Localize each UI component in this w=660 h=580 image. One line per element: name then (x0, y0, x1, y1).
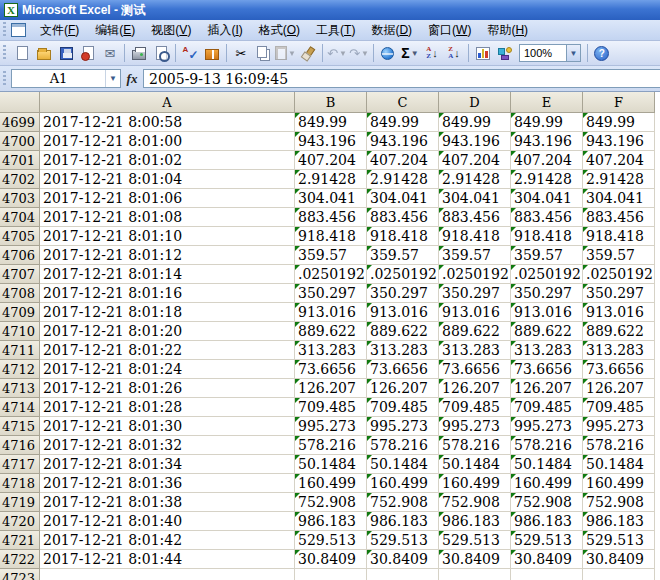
cell-A4720[interactable]: 2017-12-21 8:01:40 (40, 512, 295, 531)
menu-item-O[interactable]: 格式(O) (251, 21, 308, 39)
row-header-4715[interactable]: 4715 (0, 417, 40, 436)
row-header-4699[interactable]: 4699 (0, 113, 40, 132)
cell-F4708[interactable]: 350.297 (583, 284, 655, 303)
cell-B4709[interactable]: 913.016 (295, 303, 367, 322)
cell-D4708[interactable]: 350.297 (439, 284, 511, 303)
cell-D4706[interactable]: 359.57 (439, 246, 511, 265)
cell-A4701[interactable]: 2017-12-21 8:01:02 (40, 151, 295, 170)
row-header-4710[interactable]: 4710 (0, 322, 40, 341)
redo-button[interactable]: ↷▼ (349, 43, 369, 63)
cell-A4722[interactable]: 2017-12-21 8:01:44 (40, 550, 295, 569)
cell-B4711[interactable]: 313.283 (295, 341, 367, 360)
cell-C4714[interactable]: 709.485 (367, 398, 439, 417)
cell-B4702[interactable]: 2.91428 (295, 170, 367, 189)
cell-E4701[interactable]: 407.204 (511, 151, 583, 170)
menu-item-W[interactable]: 窗口(W) (420, 21, 479, 39)
cell-B4715[interactable]: 995.273 (295, 417, 367, 436)
cell-A4718[interactable]: 2017-12-21 8:01:36 (40, 474, 295, 493)
cell-D4711[interactable]: 313.283 (439, 341, 511, 360)
name-box-dropdown-arrow[interactable]: ▼ (105, 70, 120, 87)
row-header-4700[interactable]: 4700 (0, 132, 40, 151)
row-header-4708[interactable]: 4708 (0, 284, 40, 303)
row-header-4711[interactable]: 4711 (0, 341, 40, 360)
cell-E4719[interactable]: 752.908 (511, 493, 583, 512)
cell-D4721[interactable]: 529.513 (439, 531, 511, 550)
cell-E4716[interactable]: 578.216 (511, 436, 583, 455)
cell-C4703[interactable]: 304.041 (367, 189, 439, 208)
row-header-4723[interactable]: 4723 (0, 569, 40, 580)
menu-item-T[interactable]: 工具(T) (308, 21, 363, 39)
cell-B4706[interactable]: 359.57 (295, 246, 367, 265)
cell-D4702[interactable]: 2.91428 (439, 170, 511, 189)
cell-C4716[interactable]: 578.216 (367, 436, 439, 455)
cell-C4720[interactable]: 986.183 (367, 512, 439, 531)
cell-B4718[interactable]: 160.499 (295, 474, 367, 493)
cell-E4699[interactable]: 849.99 (511, 113, 583, 132)
cell-D4699[interactable]: 849.99 (439, 113, 511, 132)
cell-B4700[interactable]: 943.196 (295, 132, 367, 151)
cell-F4718[interactable]: 160.499 (583, 474, 655, 493)
cell-C4722[interactable]: 30.8409 (367, 550, 439, 569)
cell-D4719[interactable]: 752.908 (439, 493, 511, 512)
sort-descending-button[interactable]: ZA↓ (444, 43, 464, 63)
cell-E4720[interactable]: 986.183 (511, 512, 583, 531)
cell-B4710[interactable]: 889.622 (295, 322, 367, 341)
name-box[interactable]: A1 ▼ (11, 69, 121, 88)
cell-B4699[interactable]: 849.99 (295, 113, 367, 132)
cell-E4722[interactable]: 30.8409 (511, 550, 583, 569)
cell-F4703[interactable]: 304.041 (583, 189, 655, 208)
cell-E4708[interactable]: 350.297 (511, 284, 583, 303)
cell-E4714[interactable]: 709.485 (511, 398, 583, 417)
cell-B4714[interactable]: 709.485 (295, 398, 367, 417)
cell-A4702[interactable]: 2017-12-21 8:01:04 (40, 170, 295, 189)
cell-A4705[interactable]: 2017-12-21 8:01:10 (40, 227, 295, 246)
cell-C4709[interactable]: 913.016 (367, 303, 439, 322)
cell-D4704[interactable]: 883.456 (439, 208, 511, 227)
cell-F4706[interactable]: 359.57 (583, 246, 655, 265)
cell-C4711[interactable]: 313.283 (367, 341, 439, 360)
cell-C4700[interactable]: 943.196 (367, 132, 439, 151)
cell-F4717[interactable]: 50.1484 (583, 455, 655, 474)
row-header-4714[interactable]: 4714 (0, 398, 40, 417)
cell-A4707[interactable]: 2017-12-21 8:01:14 (40, 265, 295, 284)
cell-F4716[interactable]: 578.216 (583, 436, 655, 455)
cell-D4703[interactable]: 304.041 (439, 189, 511, 208)
cell-D4717[interactable]: 50.1484 (439, 455, 511, 474)
cell-A4700[interactable]: 2017-12-21 8:01:00 (40, 132, 295, 151)
formulabar-grip[interactable] (3, 71, 8, 87)
cell-C4702[interactable]: 2.91428 (367, 170, 439, 189)
insert-function-button[interactable]: fx (121, 71, 143, 87)
cell-E4702[interactable]: 2.91428 (511, 170, 583, 189)
cell-E4707[interactable]: .0250192 (511, 265, 583, 284)
zoom-dropdown-arrow[interactable]: ▼ (566, 45, 580, 61)
menu-item-V[interactable]: 视图(V) (143, 21, 199, 39)
open-button[interactable] (34, 43, 54, 63)
format-painter-button[interactable] (298, 43, 318, 63)
row-header-4704[interactable]: 4704 (0, 208, 40, 227)
cell-D4705[interactable]: 918.418 (439, 227, 511, 246)
cell-E4718[interactable]: 160.499 (511, 474, 583, 493)
cell-F4721[interactable]: 529.513 (583, 531, 655, 550)
cell-E4700[interactable]: 943.196 (511, 132, 583, 151)
row-header-4707[interactable]: 4707 (0, 265, 40, 284)
cell-E4710[interactable]: 889.622 (511, 322, 583, 341)
column-header-A[interactable]: A (40, 92, 295, 113)
menu-item-F[interactable]: 文件(F) (32, 21, 87, 39)
cell-F4713[interactable]: 126.207 (583, 379, 655, 398)
cell-C4718[interactable]: 160.499 (367, 474, 439, 493)
cell-E4717[interactable]: 50.1484 (511, 455, 583, 474)
cell-F4710[interactable]: 889.622 (583, 322, 655, 341)
help-button[interactable]: ? (592, 43, 612, 63)
chart-wizard-button[interactable] (473, 43, 493, 63)
cell-B4703[interactable]: 304.041 (295, 189, 367, 208)
cell-D4712[interactable]: 73.6656 (439, 360, 511, 379)
cell-D4714[interactable]: 709.485 (439, 398, 511, 417)
undo-button[interactable]: ↶▼ (327, 43, 347, 63)
cell-A4704[interactable]: 2017-12-21 8:01:08 (40, 208, 295, 227)
menu-item-E[interactable]: 编辑(E) (87, 21, 143, 39)
drawing-button[interactable] (495, 43, 515, 63)
column-header-C[interactable]: C (367, 92, 439, 113)
row-header-4712[interactable]: 4712 (0, 360, 40, 379)
permission-button[interactable] (78, 43, 98, 63)
cell-A4723[interactable] (40, 569, 295, 580)
